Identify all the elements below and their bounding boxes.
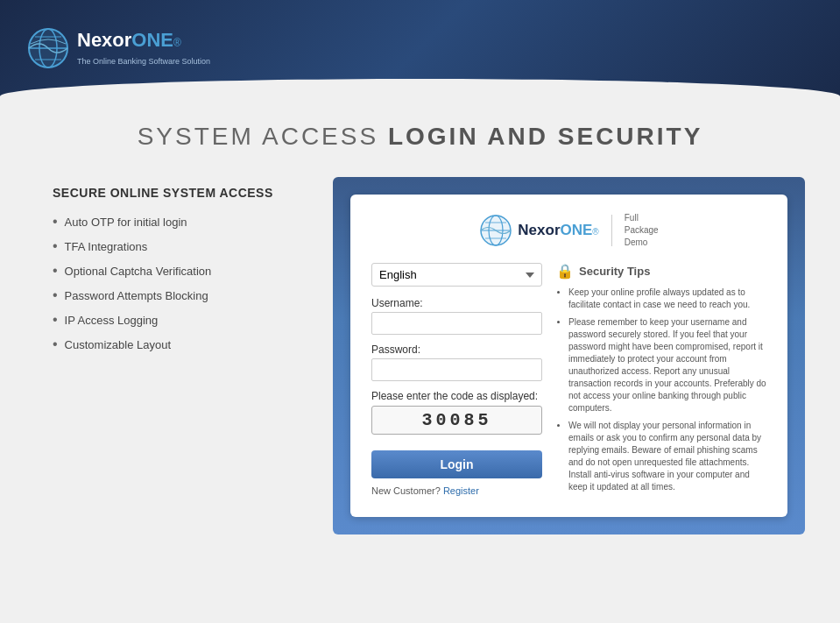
left-panel-title: SECURE ONLINE SYSTEM ACCESS [53,186,298,200]
tips-list: Keep your online profile always updated … [556,287,766,493]
login-button[interactable]: Login [371,450,542,478]
form-side: EnglishFrenchSpanish Username: Password:… [371,263,542,496]
feature-list: Auto OTP for initial login TFA Integrati… [53,214,298,352]
username-group: Username: [371,297,542,335]
main-content: SECURE ONLINE SYSTEM ACCESS Auto OTP for… [0,168,840,552]
tips-side: 🔒 Security Tips Keep your online profile… [556,263,766,496]
header-tagline: The Online Banking Software Solution [77,57,210,66]
right-panel: NexorONE® Full Package Demo EnglishFrenc… [333,177,805,535]
list-item: TFA Integrations [53,238,298,254]
language-select[interactable]: EnglishFrenchSpanish [371,263,542,287]
tips-title: Security Tips [579,265,650,278]
header-logo-text: NexorONE® The Online Banking Software So… [77,29,210,67]
card-logo-globe-icon [479,214,512,247]
left-panel: SECURE ONLINE SYSTEM ACCESS Auto OTP for… [53,177,298,352]
list-item: Customizable Layout [53,336,298,352]
captcha-display: 30085 [371,406,542,435]
card-logo-divider [611,215,612,246]
header-logo: NexorONE® The Online Banking Software So… [26,26,210,70]
list-item: IP Access Logging [53,312,298,328]
logo-globe-icon [26,26,70,70]
lock-icon: 🔒 [556,263,574,280]
password-group: Password: [371,343,542,381]
new-customer-area: New Customer? Register [371,485,542,496]
list-item: Password Attempts Blocking [53,287,298,303]
card-logo-nexor: NexorONE® [518,222,598,239]
username-input[interactable] [371,312,542,335]
page-title-area: SYSTEM ACCESS LOGIN AND SECURITY [0,96,840,168]
card-body: EnglishFrenchSpanish Username: Password:… [371,263,766,496]
page-title: SYSTEM ACCESS LOGIN AND SECURITY [0,123,840,151]
list-item: Optional Captcha Verification [53,263,298,279]
list-item: We will not display your personal inform… [568,420,766,493]
list-item: Auto OTP for initial login [53,214,298,230]
password-input[interactable] [371,358,542,381]
list-item: Keep your online profile always updated … [568,287,766,311]
captcha-label: Please enter the code as displayed: [371,390,542,402]
card-package-label: Full Package Demo [625,212,659,249]
list-item: Please remember to keep your username an… [568,316,766,414]
register-link[interactable]: Register [443,485,479,496]
captcha-group: Please enter the code as displayed: 3008… [371,390,542,442]
password-label: Password: [371,343,542,356]
card-logo: NexorONE® Full Package Demo [371,212,766,249]
login-card: NexorONE® Full Package Demo EnglishFrenc… [350,195,787,517]
header-bar: NexorONE® The Online Banking Software So… [0,0,840,96]
tips-header: 🔒 Security Tips [556,263,766,280]
username-label: Username: [371,297,542,309]
